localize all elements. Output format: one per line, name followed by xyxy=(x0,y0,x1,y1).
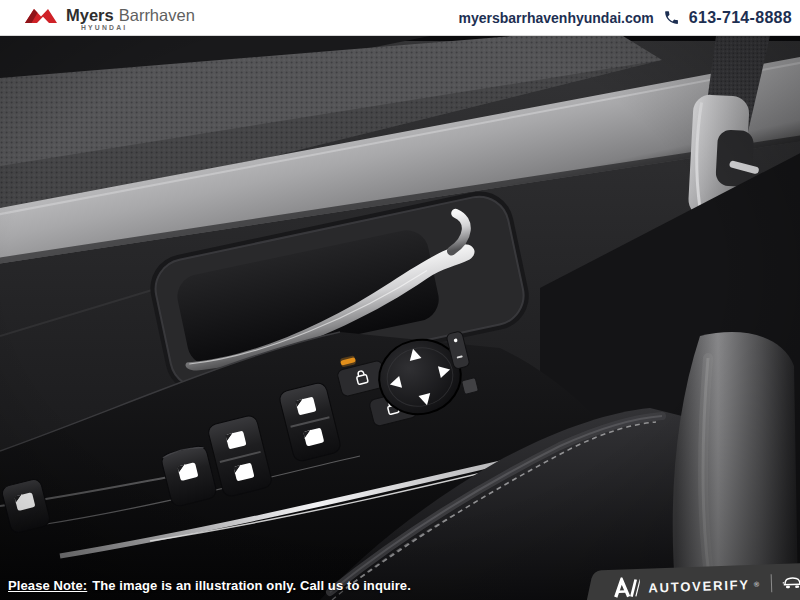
listing-image: MyersBarrhaven HYUNDAI myersbarrhavenhyu… xyxy=(0,0,800,600)
registered-mark: ® xyxy=(754,581,759,588)
door-panel-scene xyxy=(0,36,800,600)
myers-m-icon xyxy=(24,7,60,25)
phone-icon xyxy=(663,9,680,26)
dealer-contact: myersbarrhavenhyundai.com 613-714-8888 xyxy=(458,9,792,27)
dealer-name-bold: Myers xyxy=(66,6,114,24)
dealer-banner: MyersBarrhaven HYUNDAI myersbarrhavenhyu… xyxy=(0,0,800,36)
autoverify-logo-icon xyxy=(613,577,641,600)
dealer-website: myersbarrhavenhyundai.com xyxy=(458,10,653,26)
badge-divider xyxy=(771,574,773,592)
dealer-logo: MyersBarrhaven HYUNDAI xyxy=(24,3,195,32)
disclaimer-note: Please Note:The image is an illustration… xyxy=(8,578,411,593)
dealer-name-regular: Barrhaven xyxy=(119,6,195,24)
disclaimer-text: The image is an illustration only. Call … xyxy=(92,578,411,593)
dealer-phone: 613-714-8888 xyxy=(689,9,792,27)
car-icon xyxy=(782,574,800,591)
disclaimer-label: Please Note: xyxy=(8,578,87,593)
vehicle-photo: Please Note:The image is an illustration… xyxy=(0,36,800,600)
autoverify-label: AUTOVERIFY xyxy=(648,577,750,596)
dealer-sub-brand: HYUNDAI xyxy=(81,25,195,32)
